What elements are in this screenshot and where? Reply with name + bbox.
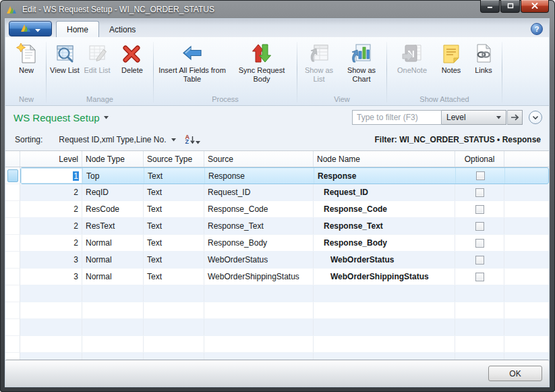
ribbon-button-insert-all-fields-from-table[interactable]: Insert All Fields from Table (156, 40, 228, 84)
cell-node-type[interactable]: Normal (82, 252, 144, 268)
cell-source[interactable] (204, 319, 314, 335)
row-selector[interactable] (5, 302, 20, 319)
cell-node-type[interactable] (82, 336, 144, 352)
cell-node-name[interactable] (314, 336, 455, 352)
ribbon-button-links[interactable]: Links (468, 40, 499, 75)
cell-node-name[interactable]: Response_Code (314, 201, 455, 217)
cell-node-name[interactable]: WebOrderStatus (314, 252, 455, 268)
cell-source[interactable]: Response (205, 168, 314, 184)
table-row[interactable]: 3 Normal Text WebOrderStatus WebOrderSta… (5, 252, 549, 269)
row-selector[interactable] (5, 184, 20, 201)
apply-filter-button[interactable] (507, 110, 523, 125)
cell-level[interactable]: 2 (20, 201, 82, 217)
table-row[interactable]: 2 ResCode Text Response_Code Response_Co… (5, 201, 549, 218)
tab-actions[interactable]: Actions (99, 22, 146, 37)
cell-source[interactable]: Response_Body (204, 235, 314, 251)
cell-source-type[interactable] (144, 319, 204, 335)
optional-checkbox[interactable] (475, 239, 484, 248)
cell-level[interactable] (20, 319, 82, 335)
optional-checkbox[interactable] (475, 273, 484, 281)
column-header-node-name[interactable]: Node Name (314, 151, 455, 167)
tab-home[interactable]: Home (56, 21, 99, 37)
cell-level[interactable] (20, 336, 82, 352)
cell-level[interactable]: 1 (21, 168, 83, 184)
cell-node-name[interactable] (314, 302, 455, 318)
cell-node-type[interactable] (82, 353, 144, 360)
row-selector[interactable] (5, 235, 20, 252)
cell-level[interactable]: 3 (20, 269, 82, 285)
cell-source[interactable] (204, 336, 314, 352)
cell-source[interactable]: Request_ID (204, 184, 314, 200)
filter-column-dropdown[interactable]: Level (442, 110, 506, 125)
row-selector[interactable] (5, 167, 20, 184)
cell-node-type[interactable]: ReqID (82, 184, 144, 200)
table-row[interactable]: 2 ResText Text Response_Text Response_Te… (5, 218, 549, 235)
cell-level[interactable]: 2 (20, 218, 82, 234)
cell-node-name[interactable]: Response (314, 168, 456, 184)
cell-source[interactable] (204, 302, 314, 318)
cell-node-name[interactable]: Request_ID (314, 184, 455, 200)
help-button[interactable]: ? (531, 23, 543, 35)
ribbon-button-notes[interactable]: Notes (436, 40, 467, 75)
filter-input[interactable] (352, 110, 442, 125)
cell-source[interactable] (204, 285, 314, 302)
cell-node-name[interactable]: WebOrderShippingStatus (314, 269, 455, 285)
ribbon-button-sync-request-body[interactable]: Sync Request Body (229, 40, 294, 84)
cell-node-type[interactable]: ResText (82, 218, 144, 234)
cell-node-name[interactable] (314, 353, 455, 360)
cell-node-type[interactable]: Normal (82, 235, 144, 251)
cell-level[interactable] (20, 302, 82, 318)
row-selector[interactable] (5, 218, 20, 235)
row-selector[interactable] (5, 353, 20, 360)
column-header-level[interactable]: Level (20, 151, 82, 167)
cell-source-type[interactable] (144, 353, 204, 360)
sort-ascending-button[interactable]: AZ (185, 135, 201, 144)
cell-node-type[interactable]: ResCode (82, 201, 144, 217)
cell-node-type[interactable] (82, 285, 144, 302)
minimize-button[interactable] (480, 0, 500, 13)
table-row[interactable]: 2 ReqID Text Request_ID Request_ID (5, 184, 549, 201)
cell-source[interactable]: WebOrderShippingStatus (204, 269, 314, 285)
title-bar[interactable]: Edit - WS Request Setup - WI_NC_ORDER_ST… (0, 0, 555, 19)
optional-checkbox[interactable] (475, 205, 484, 214)
table-row[interactable]: 3 Normal Text WebOrderShippingStatus Web… (5, 269, 549, 285)
cell-node-type[interactable]: Normal (82, 269, 144, 285)
column-header-source[interactable]: Source (204, 151, 314, 167)
optional-checkbox[interactable] (476, 171, 485, 180)
ribbon-button-new[interactable]: New (9, 40, 43, 75)
cell-source-type[interactable]: Text (144, 201, 204, 217)
row-selector[interactable] (5, 269, 20, 285)
cell-node-type[interactable]: Top (83, 168, 144, 184)
cell-level[interactable] (20, 285, 82, 302)
cell-source[interactable]: Response_Code (204, 201, 314, 217)
cell-source-type[interactable]: Text (144, 235, 204, 251)
cell-source-type[interactable]: Text (144, 168, 205, 184)
row-selector[interactable] (5, 285, 20, 302)
close-button[interactable] (521, 0, 549, 13)
cell-source-type[interactable]: Text (144, 218, 204, 234)
cell-level[interactable]: 3 (20, 252, 82, 268)
ribbon-button-delete[interactable]: Delete (114, 40, 150, 75)
row-selector[interactable] (5, 201, 20, 218)
row-selector[interactable] (5, 319, 20, 336)
cell-source-type[interactable]: Text (144, 184, 204, 200)
maximize-button[interactable] (500, 0, 520, 13)
sorting-value-dropdown[interactable]: Request ID,xml Type,Line No. (59, 135, 175, 144)
column-header-source-type[interactable]: Source Type (144, 151, 204, 167)
cell-source-type[interactable]: Text (144, 252, 204, 268)
cell-source-type[interactable] (144, 302, 204, 318)
expand-filter-pane-button[interactable] (529, 111, 542, 124)
cell-level[interactable] (20, 353, 82, 360)
cell-node-type[interactable] (82, 302, 144, 318)
row-selector[interactable] (5, 252, 20, 269)
cell-source-type[interactable] (144, 336, 204, 352)
cell-source[interactable] (204, 353, 314, 360)
optional-checkbox[interactable] (475, 188, 484, 197)
cell-node-type[interactable] (82, 319, 144, 335)
cell-node-name[interactable] (314, 319, 455, 335)
optional-checkbox[interactable] (475, 222, 484, 231)
application-menu-button[interactable] (9, 21, 52, 36)
page-title-caret-icon[interactable] (104, 116, 109, 119)
optional-checkbox[interactable] (475, 256, 484, 264)
page-title[interactable]: WS Request Setup (13, 112, 100, 123)
